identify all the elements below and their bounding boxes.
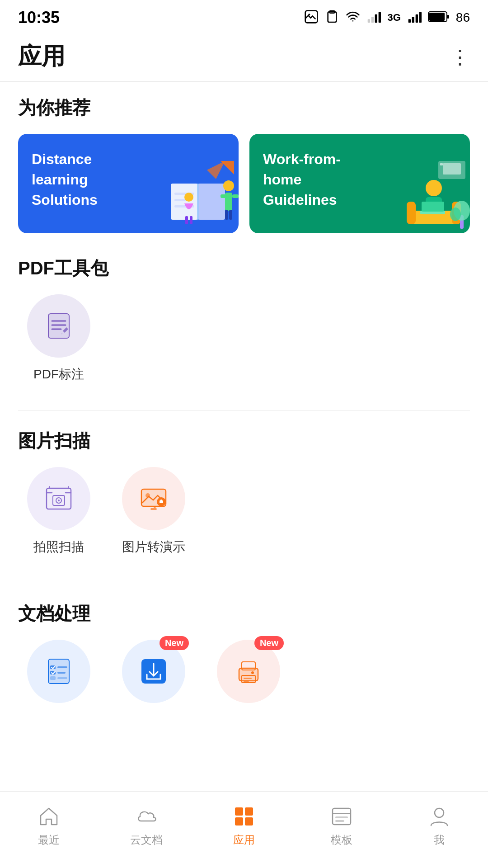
svg-rect-42	[422, 202, 444, 212]
svg-rect-14	[447, 15, 449, 19]
learning-card[interactable]: Distance learning Solutions	[18, 134, 239, 233]
nav-template[interactable]: 模板	[305, 804, 378, 847]
svg-rect-7	[375, 14, 377, 23]
nav-apps[interactable]: 应用	[208, 804, 280, 847]
doc-process-grid: New New	[18, 640, 470, 720]
svg-rect-37	[407, 202, 416, 224]
svg-rect-82	[335, 820, 344, 822]
photo-scan-item[interactable]: 拍照扫描	[18, 467, 99, 556]
svg-rect-65	[57, 672, 66, 674]
svg-rect-18	[171, 184, 198, 220]
wifi-icon	[346, 9, 360, 26]
svg-point-24	[223, 180, 234, 191]
bottom-nav: 最近 云文档 应用 模板	[0, 791, 488, 868]
svg-point-45	[450, 208, 461, 221]
signal-icon-2	[407, 9, 422, 26]
svg-rect-26	[221, 194, 227, 198]
pdf-section: PDF工具包 PDF标注	[18, 256, 470, 392]
svg-rect-81	[335, 816, 348, 818]
pdf-annotate-item[interactable]: PDF标注	[18, 294, 99, 383]
nav-cloud-label: 云文档	[130, 833, 163, 847]
svg-rect-28	[225, 210, 228, 220]
pdf-annotate-label: PDF标注	[33, 366, 84, 383]
divider-1	[18, 410, 470, 410]
nav-profile[interactable]: 我	[403, 804, 475, 847]
divider-2	[18, 583, 470, 583]
photo-scan-icon-wrap	[27, 467, 90, 530]
svg-rect-8	[379, 12, 381, 23]
app-header: 应用 ⋮	[0, 32, 488, 82]
svg-rect-31	[185, 216, 188, 224]
status-bar: 10:35	[0, 0, 488, 32]
status-icons: 3G 86	[304, 9, 470, 26]
print-item[interactable]: New	[208, 640, 289, 711]
svg-point-4	[352, 20, 354, 22]
svg-point-72	[251, 671, 254, 674]
svg-rect-74	[244, 680, 249, 682]
nav-apps-label: 应用	[233, 833, 255, 847]
recommend-section: 为你推荐 Distance learning Solutions	[18, 95, 470, 233]
checklist-item[interactable]	[18, 640, 99, 711]
svg-rect-32	[190, 216, 192, 224]
recommend-title: 为你推荐	[18, 95, 470, 120]
svg-rect-73	[244, 678, 252, 679]
svg-rect-76	[245, 807, 253, 816]
wfh-card[interactable]: Work-from-home Guidelines	[249, 134, 470, 233]
print-new-badge: New	[254, 636, 284, 650]
status-time: 10:35	[18, 8, 60, 27]
svg-rect-19	[198, 184, 225, 220]
learning-illustration	[162, 156, 234, 229]
export-new-badge: New	[160, 636, 189, 650]
nav-template-label: 模板	[331, 833, 352, 847]
gallery-icon	[304, 9, 319, 26]
export-item[interactable]: New	[113, 640, 194, 711]
photo-scan-label: 拍照扫描	[33, 538, 84, 556]
svg-rect-27	[232, 194, 239, 198]
signal-icon	[366, 9, 381, 26]
svg-rect-11	[416, 14, 418, 23]
page-title: 应用	[18, 41, 65, 72]
svg-rect-35	[440, 163, 443, 165]
svg-rect-34	[443, 163, 461, 175]
svg-rect-10	[412, 17, 414, 23]
svg-rect-48	[47, 488, 71, 509]
img-to-slide-label: 图片转演示	[122, 538, 185, 556]
apps-icon	[231, 804, 257, 829]
battery-level: 86	[456, 10, 470, 25]
svg-rect-5	[368, 19, 370, 23]
home-icon	[36, 804, 61, 829]
nav-recent-label: 最近	[38, 833, 60, 847]
more-options-button[interactable]: ⋮	[450, 45, 470, 68]
image-scan-grid: 拍照扫描 图片	[18, 467, 470, 565]
learning-card-title: Distance learning Solutions	[32, 149, 148, 210]
svg-rect-55	[150, 508, 157, 510]
svg-rect-58	[160, 500, 162, 501]
svg-rect-63	[50, 676, 56, 680]
nav-profile-label: 我	[434, 833, 445, 847]
svg-rect-64	[57, 666, 67, 668]
main-content: 为你推荐 Distance learning Solutions	[0, 82, 488, 806]
svg-rect-9	[408, 19, 411, 23]
svg-rect-77	[235, 817, 243, 826]
image-scan-title: 图片扫描	[18, 429, 470, 453]
wfh-illustration	[393, 156, 465, 229]
nav-recent[interactable]: 最近	[13, 804, 85, 847]
wfh-card-title: Work-from-home Guidelines	[263, 149, 379, 210]
image-scan-section: 图片扫描 拍照扫描	[18, 429, 470, 565]
cloud-icon	[134, 804, 159, 829]
pdf-tools-grid: PDF标注	[18, 294, 470, 392]
doc-process-section: 文档处理	[18, 601, 470, 720]
battery-icon	[428, 10, 450, 25]
img-to-slide-item[interactable]: 图片转演示	[113, 467, 194, 556]
nav-cloud[interactable]: 云文档	[110, 804, 183, 847]
svg-rect-78	[245, 817, 253, 826]
svg-rect-6	[371, 17, 374, 23]
svg-rect-66	[57, 677, 67, 679]
svg-rect-75	[235, 807, 243, 816]
clipboard-icon	[325, 9, 339, 26]
network-label: 3G	[387, 12, 400, 24]
img-to-slide-icon-wrap	[122, 467, 185, 530]
checklist-icon-wrap	[27, 640, 90, 703]
pdf-section-title: PDF工具包	[18, 256, 470, 281]
svg-point-30	[184, 193, 193, 202]
